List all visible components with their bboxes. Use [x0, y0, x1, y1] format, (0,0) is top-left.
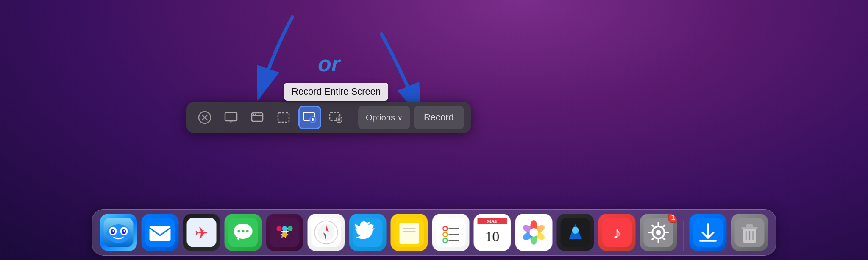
- dock-item-notes[interactable]: [391, 214, 428, 251]
- dock-item-mail[interactable]: [142, 214, 179, 251]
- capture-screen-button[interactable]: [220, 106, 242, 129]
- capture-window-button[interactable]: [246, 106, 269, 129]
- dock-item-spark[interactable]: ✈: [183, 214, 220, 251]
- svg-point-15: [312, 118, 314, 121]
- svg-point-82: [656, 230, 661, 235]
- dock-item-messages[interactable]: [225, 214, 262, 251]
- options-label: Options: [366, 113, 395, 123]
- record-label: Record: [424, 112, 454, 123]
- svg-point-10: [253, 114, 254, 115]
- dock-item-trash[interactable]: [731, 214, 768, 251]
- capture-selection-button[interactable]: [272, 106, 295, 129]
- record-screen-button[interactable]: [298, 106, 321, 129]
- close-button[interactable]: [193, 106, 216, 129]
- svg-rect-83: [658, 222, 659, 226]
- options-chevron: ∨: [398, 114, 403, 122]
- svg-point-34: [238, 230, 240, 232]
- svg-text:10: 10: [485, 229, 500, 244]
- dock-item-downloads[interactable]: [690, 214, 727, 251]
- record-button[interactable]: Record: [414, 106, 464, 129]
- dock-item-music[interactable]: ♪: [598, 214, 636, 251]
- dock-item-reminders[interactable]: [432, 214, 470, 251]
- dock-item-photos[interactable]: [515, 214, 553, 251]
- svg-point-26: [124, 230, 125, 232]
- svg-text:MAY: MAY: [487, 218, 498, 224]
- record-selection-button[interactable]: [325, 106, 348, 129]
- svg-point-77: [572, 227, 579, 234]
- dock: ✈ #: [92, 209, 776, 256]
- svg-point-75: [530, 228, 538, 237]
- tooltip-text: Record Entire Screen: [292, 86, 381, 97]
- dock-item-safari[interactable]: [308, 214, 345, 251]
- dock-container: ✈ #: [92, 209, 776, 256]
- svg-point-25: [113, 230, 114, 232]
- dock-item-calendar[interactable]: MAY 10: [474, 214, 511, 251]
- tooltip: Record Entire Screen: [284, 83, 388, 101]
- options-button[interactable]: Options ∨: [358, 106, 410, 129]
- svg-text:✈: ✈: [195, 224, 209, 242]
- svg-point-18: [338, 118, 340, 121]
- screenshot-toolbar: Options ∨ Record: [186, 102, 471, 133]
- svg-rect-85: [648, 232, 652, 233]
- svg-point-11: [255, 114, 256, 115]
- svg-point-35: [242, 230, 245, 232]
- svg-rect-84: [658, 239, 659, 243]
- svg-rect-51: [400, 223, 419, 244]
- dock-separator: [683, 221, 684, 251]
- dock-item-slack[interactable]: #: [266, 214, 303, 251]
- or-annotation: or: [318, 51, 340, 76]
- svg-rect-55: [436, 218, 466, 247]
- dock-item-system-prefs[interactable]: 1: [640, 214, 677, 251]
- dock-item-finder[interactable]: [100, 214, 137, 251]
- svg-rect-96: [746, 224, 753, 228]
- dock-item-twitter[interactable]: [349, 214, 387, 251]
- svg-rect-86: [665, 232, 669, 233]
- svg-point-41: [288, 226, 293, 231]
- svg-point-39: [277, 226, 282, 231]
- svg-text:♪: ♪: [612, 223, 621, 243]
- svg-rect-5: [225, 112, 237, 121]
- svg-rect-12: [278, 113, 289, 122]
- svg-rect-28: [150, 226, 171, 241]
- svg-point-42: [282, 232, 287, 237]
- toolbar-divider: [353, 109, 353, 126]
- svg-point-36: [246, 230, 249, 232]
- svg-point-40: [282, 226, 287, 231]
- dock-item-pixelmator[interactable]: [557, 214, 594, 251]
